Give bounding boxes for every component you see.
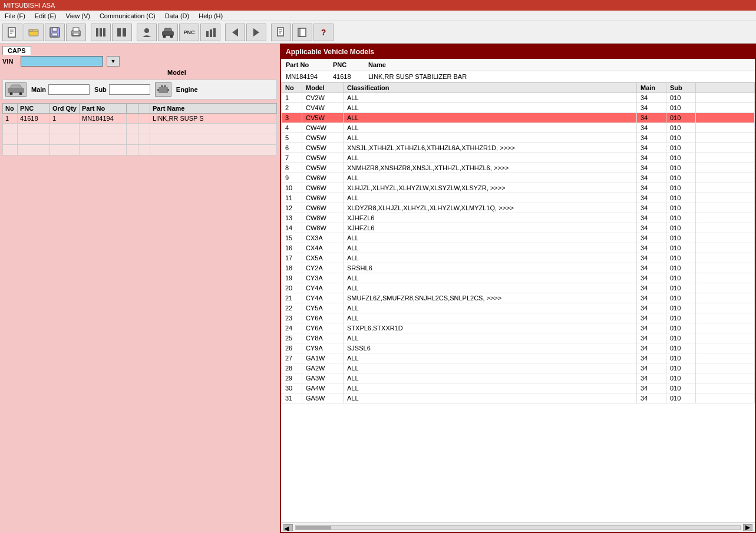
toolbar-btn-help[interactable]: ?	[313, 24, 334, 41]
toolbar-btn-doc1[interactable]	[271, 24, 291, 41]
menu-file[interactable]: File (F)	[2, 12, 28, 19]
vcell-no: 15	[282, 233, 302, 243]
toolbar-btn-4[interactable]	[66, 24, 86, 41]
list-item[interactable]: 30 GA4W ALL 34 010	[282, 383, 755, 393]
list-item[interactable]: 3 CV5W ALL 34 010	[282, 113, 755, 123]
toolbar-btn-doc2[interactable]	[292, 24, 312, 41]
vcell-model: CW4W	[302, 123, 344, 133]
list-item[interactable]: 13 CW8W XJHFZL6 34 010	[282, 213, 755, 223]
list-item[interactable]: 22 CY5A ALL 34 010	[282, 303, 755, 313]
list-item[interactable]: 9 CW6W ALL 34 010	[282, 173, 755, 183]
menu-bar: File (F) Edit (E) View (V) Communication…	[0, 11, 756, 21]
vcell-model: CX4A	[302, 243, 344, 253]
toolbar-btn-2[interactable]	[24, 24, 44, 41]
toolbar-btn-3[interactable]	[45, 24, 65, 41]
menu-communication[interactable]: Communication (C)	[97, 12, 158, 19]
list-item[interactable]: 31 GA5W ALL 34 010	[282, 393, 755, 403]
engine-label: Engine	[176, 86, 198, 93]
menu-data[interactable]: Data (D)	[163, 12, 192, 19]
vcell-extra	[696, 193, 755, 203]
list-item[interactable]: 25 CY8A ALL 34 010	[282, 333, 755, 343]
list-item[interactable]: 2 CV4W ALL 34 010	[282, 103, 755, 113]
vcell-extra	[696, 363, 755, 373]
vcell-classification: ALL	[344, 173, 637, 183]
vcell-no: 2	[282, 103, 302, 113]
vcell-model: CY8A	[302, 333, 344, 343]
toolbar-btn-5[interactable]	[91, 24, 111, 41]
list-item[interactable]: 1 CV2W ALL 34 010	[282, 93, 755, 103]
list-item[interactable]: 21 CY4A SMUFZL6Z,SMUFZR8,SNJHL2CS,SNLPL2…	[282, 293, 755, 303]
vcell-model: CW5W	[302, 153, 344, 163]
vcell-extra	[696, 163, 755, 173]
tab-caps[interactable]: CAPS	[2, 46, 31, 55]
list-item[interactable]: 19 CY3A ALL 34 010	[282, 273, 755, 283]
vcell-model: CW8W	[302, 213, 344, 223]
scrollbar-track[interactable]	[295, 525, 741, 530]
list-item[interactable]: 7 CW5W ALL 34 010	[282, 153, 755, 163]
list-item[interactable]: 4 CW4W ALL 34 010	[282, 123, 755, 133]
menu-view[interactable]: View (V)	[64, 12, 93, 19]
dialog-scrollbar[interactable]: ◀ ▶	[281, 522, 755, 532]
toolbar-btn-pnc[interactable]: PNC	[179, 24, 199, 41]
list-item[interactable]: 12 CW6W XLDYZR8,XLHJZL,XLHYZL,XLHYZLW,XL…	[282, 203, 755, 213]
vin-dropdown[interactable]: ▼	[107, 56, 120, 67]
menu-edit[interactable]: Edit (E)	[32, 12, 59, 19]
vcell-sub: 010	[666, 393, 696, 403]
toolbar-btn-chart[interactable]	[200, 24, 220, 41]
list-item[interactable]: 20 CY4A ALL 34 010	[282, 283, 755, 293]
list-item[interactable]: 5 CW5W ALL 34 010	[282, 133, 755, 143]
dialog-col-headers: Part No PNC Name	[281, 59, 755, 71]
scroll-left-btn[interactable]: ◀	[283, 524, 293, 531]
list-item[interactable]: 29 GA3W ALL 34 010	[282, 373, 755, 383]
vcell-sub: 010	[666, 193, 696, 203]
vehicle-table-container[interactable]: No Model Classification Main Sub 1 CV2W …	[281, 82, 755, 522]
list-item[interactable]: 24 CY6A STXPL6,STXXR1D 34 010	[282, 323, 755, 333]
list-item[interactable]: 15 CX3A ALL 34 010	[282, 233, 755, 243]
menu-help[interactable]: Help (H)	[196, 12, 225, 19]
main-label: Main	[31, 86, 46, 93]
sub-input[interactable]	[109, 84, 150, 95]
list-item[interactable]: 23 CY6A ALL 34 010	[282, 313, 755, 323]
list-item[interactable]: 18 CY2A SRSHL6 34 010	[282, 263, 755, 273]
list-item[interactable]: 28 GA2W ALL 34 010	[282, 363, 755, 373]
toolbar-btn-user[interactable]	[137, 24, 157, 41]
dialog-header-pnc: PNC	[333, 61, 368, 68]
vin-input[interactable]	[21, 56, 103, 67]
vcell-model: CW5W	[302, 163, 344, 173]
vcell-sub: 010	[666, 363, 696, 373]
vcell-main: 34	[637, 243, 666, 253]
list-item[interactable]: 6 CW5W XNSJL,XTHHZL,XTHHZL6,XTHHZL6A,XTH…	[282, 143, 755, 153]
toolbar-btn-6[interactable]	[112, 24, 132, 41]
scroll-right-btn[interactable]: ▶	[743, 524, 752, 531]
cell-ordqty: 1	[50, 114, 80, 124]
list-item[interactable]: 11 CW6W ALL 34 010	[282, 193, 755, 203]
vcell-classification: SMUFZL6Z,SMUFZR8,SNJHL2CS,SNLPL2CS, >>>>	[344, 293, 637, 303]
vcell-no: 10	[282, 183, 302, 193]
list-item[interactable]: 8 CW5W XNMHZR8,XNSHZR8,XNSJL,XTHHZL,XTHH…	[282, 163, 755, 173]
vcell-sub: 010	[666, 113, 696, 123]
toolbar-btn-1[interactable]	[2, 24, 22, 41]
sub-field-group: Sub	[94, 84, 150, 95]
list-item[interactable]: 27 GA1W ALL 34 010	[282, 353, 755, 363]
scrollbar-thumb[interactable]	[296, 526, 331, 529]
svg-rect-39	[167, 89, 169, 91]
list-item[interactable]: 17 CX5A ALL 34 010	[282, 253, 755, 263]
main-input[interactable]	[48, 84, 90, 95]
toolbar-btn-car[interactable]	[158, 24, 178, 41]
list-item[interactable]: 16 CX4A ALL 34 010	[282, 243, 755, 253]
list-item[interactable]: 10 CW6W XLHJZL,XLHYZL,XLHYZLW,XLSYZLW,XL…	[282, 183, 755, 193]
vcell-extra	[696, 283, 755, 293]
vcell-classification: XLDYZR8,XLHJZL,XLHYZL,XLHYZLW,XLMYZL1Q, …	[344, 203, 637, 213]
model-row: Model	[2, 69, 277, 76]
dialog-header-partno: Part No	[286, 61, 333, 68]
table-row[interactable]: 1 41618 1 MN184194 LINK,RR SUSP S	[3, 114, 277, 124]
vcell-sub: 010	[666, 323, 696, 333]
toolbar-btn-forward[interactable]	[246, 24, 266, 41]
vcell-sub: 010	[666, 343, 696, 353]
vcell-model: CY2A	[302, 263, 344, 273]
list-item[interactable]: 26 CY9A SJSSL6 34 010	[282, 343, 755, 353]
svg-rect-32	[8, 88, 24, 93]
list-item[interactable]: 14 CW8W XJHFZL6 34 010	[282, 223, 755, 233]
vcell-main: 34	[637, 133, 666, 143]
toolbar-btn-back[interactable]	[225, 24, 245, 41]
